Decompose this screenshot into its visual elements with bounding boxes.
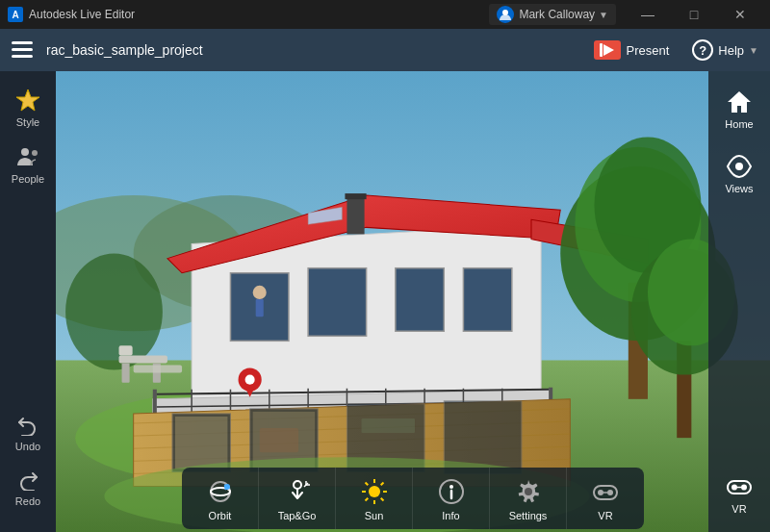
svg-point-91 xyxy=(525,488,532,495)
help-icon: ? xyxy=(692,39,713,61)
views-button[interactable]: Views xyxy=(712,145,766,202)
tapgo-button[interactable]: Tap&Go xyxy=(259,468,336,529)
topbar: rac_basic_sample_project Present ? Help … xyxy=(0,29,770,71)
svg-point-7 xyxy=(21,148,29,156)
style-label: Style xyxy=(16,116,39,128)
undo-icon xyxy=(14,411,41,438)
settings-button[interactable]: Settings xyxy=(490,468,567,529)
main-area: Style People Undo xyxy=(0,71,770,532)
style-icon xyxy=(14,87,41,114)
user-info[interactable]: Mark Calloway ▼ xyxy=(489,4,616,25)
user-name: Mark Calloway xyxy=(519,8,595,21)
svg-rect-23 xyxy=(463,268,511,332)
orbit-label: Orbit xyxy=(209,510,232,521)
info-button[interactable]: Info xyxy=(413,468,490,529)
vr-toolbar-button[interactable]: VR xyxy=(567,468,644,529)
people-label: People xyxy=(12,173,44,185)
orbit-button[interactable]: Orbit xyxy=(182,468,259,529)
svg-rect-66 xyxy=(119,355,167,363)
svg-rect-53 xyxy=(362,418,415,433)
maximize-button[interactable]: □ xyxy=(672,0,716,29)
redo-label: Redo xyxy=(15,495,40,507)
user-dropdown-arrow: ▼ xyxy=(599,10,608,20)
svg-marker-6 xyxy=(16,89,39,111)
tapgo-icon xyxy=(282,476,313,507)
info-icon xyxy=(436,476,467,507)
sun-label: Sun xyxy=(365,510,384,521)
present-icon xyxy=(594,40,621,60)
svg-rect-67 xyxy=(122,364,130,383)
svg-rect-69 xyxy=(119,345,133,355)
scene-svg xyxy=(56,71,770,532)
info-label: Info xyxy=(442,510,459,521)
svg-point-94 xyxy=(607,490,613,495)
app-title: Autodesk Live Editor xyxy=(29,8,489,21)
svg-rect-70 xyxy=(134,366,182,373)
views-label: Views xyxy=(725,183,753,194)
help-label: Help xyxy=(718,43,744,58)
sun-icon xyxy=(359,476,390,507)
people-button[interactable]: People xyxy=(4,138,52,190)
svg-line-83 xyxy=(365,482,368,485)
vr-icon xyxy=(590,476,621,507)
svg-marker-4 xyxy=(603,44,614,56)
svg-rect-50 xyxy=(175,417,227,469)
svg-marker-96 xyxy=(728,91,751,113)
redo-button[interactable]: Redo xyxy=(4,460,52,513)
home-button[interactable]: Home xyxy=(712,81,766,138)
home-label: Home xyxy=(725,118,753,130)
help-dropdown-arrow: ▼ xyxy=(749,45,758,56)
svg-point-93 xyxy=(598,490,603,495)
svg-rect-3 xyxy=(12,55,33,58)
orbit-icon xyxy=(205,476,236,507)
bottom-toolbar: Orbit Tap&Go xyxy=(56,465,770,532)
svg-point-100 xyxy=(741,485,747,491)
app-icon: A xyxy=(8,7,23,22)
svg-point-97 xyxy=(735,163,743,170)
present-label: Present xyxy=(627,43,670,58)
svg-rect-17 xyxy=(346,195,364,234)
left-sidebar: Style People Undo xyxy=(0,71,56,532)
tapgo-label: Tap&Go xyxy=(278,510,317,521)
svg-point-78 xyxy=(369,486,380,497)
close-button[interactable]: ✕ xyxy=(718,0,762,29)
svg-rect-25 xyxy=(256,299,264,317)
views-icon xyxy=(726,153,753,180)
svg-point-74 xyxy=(294,481,301,489)
svg-rect-1 xyxy=(12,41,33,44)
svg-point-56 xyxy=(245,375,255,385)
hamburger-menu[interactable] xyxy=(12,41,33,59)
svg-rect-52 xyxy=(260,428,298,452)
window-controls: — □ ✕ xyxy=(626,0,762,29)
vr-right-button[interactable]: VR xyxy=(712,466,766,522)
undo-button[interactable]: Undo xyxy=(4,405,52,458)
vr-right-label: VR xyxy=(732,503,746,515)
home-icon xyxy=(726,89,753,115)
vr-toolbar-label: VR xyxy=(598,510,612,521)
right-sidebar: Home Views VR xyxy=(708,71,770,532)
settings-icon xyxy=(513,476,544,507)
svg-line-84 xyxy=(380,497,383,500)
3d-viewport[interactable]: Orbit Tap&Go xyxy=(56,71,770,532)
svg-line-86 xyxy=(365,497,368,500)
minimize-button[interactable]: — xyxy=(626,0,670,29)
settings-label: Settings xyxy=(509,510,548,521)
vr-right-icon xyxy=(726,473,753,500)
project-title: rac_basic_sample_project xyxy=(46,42,571,58)
svg-line-85 xyxy=(380,482,383,485)
svg-rect-21 xyxy=(308,268,366,337)
user-avatar-icon xyxy=(497,6,514,23)
titlebar: A Autodesk Live Editor Mark Calloway ▼ —… xyxy=(0,0,770,29)
svg-rect-22 xyxy=(396,268,444,332)
svg-point-64 xyxy=(65,254,163,370)
svg-point-88 xyxy=(449,485,453,489)
help-button[interactable]: ? Help ▼ xyxy=(692,39,758,61)
svg-rect-5 xyxy=(600,43,603,57)
style-button[interactable]: Style xyxy=(4,81,52,134)
present-button[interactable]: Present xyxy=(584,37,680,63)
svg-rect-18 xyxy=(345,193,366,199)
svg-point-24 xyxy=(253,286,267,299)
sun-button[interactable]: Sun xyxy=(336,468,413,529)
people-icon xyxy=(14,143,41,170)
redo-icon xyxy=(14,466,41,493)
